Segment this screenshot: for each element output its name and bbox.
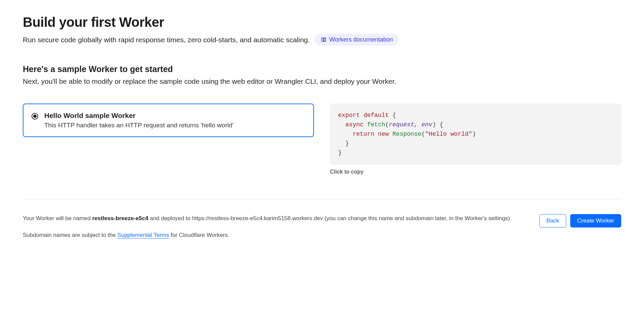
back-button[interactable]: Back [539,214,566,228]
code-column: export default { async fetch(request, en… [330,104,621,175]
supplemental-terms-link[interactable]: Supplemental Terms [117,232,169,239]
subdomain-info: Subdomain names are subject to the Suppl… [23,231,526,240]
radio-dot [33,115,37,118]
copy-hint[interactable]: Click to copy [330,169,621,175]
doc-link-label: Workers documentation [329,36,393,43]
create-worker-button[interactable]: Create Worker [570,214,621,228]
footer-text: Your Worker will be named restless-breez… [23,214,526,247]
footer-row: Your Worker will be named restless-breez… [23,214,621,247]
radio-selected[interactable] [32,113,38,120]
book-icon [321,37,327,43]
deploy-info: Your Worker will be named restless-breez… [23,214,526,223]
options-column: Hello World sample Worker This HTTP hand… [23,104,314,175]
subtitle-text: Run secure code globally with rapid resp… [23,36,310,44]
section-desc: Next, you'll be able to modify or replac… [23,77,621,85]
option-desc: This HTTP handler takes an HTTP request … [44,122,233,129]
sample-worker-option[interactable]: Hello World sample Worker This HTTP hand… [23,104,314,137]
subtitle-row: Run secure code globally with rapid resp… [23,34,621,46]
content-columns: Hello World sample Worker This HTTP hand… [23,104,621,175]
worker-name: restless-breeze-e5c4 [92,215,148,221]
code-block[interactable]: export default { async fetch(request, en… [330,104,621,165]
page-title: Build your first Worker [23,15,621,30]
section-title: Here's a sample Worker to get started [23,64,621,74]
divider [23,199,621,199]
option-title: Hello World sample Worker [44,112,233,120]
workers-documentation-link[interactable]: Workers documentation [315,34,399,46]
option-body: Hello World sample Worker This HTTP hand… [44,112,233,129]
footer-actions: Back Create Worker [539,214,621,228]
